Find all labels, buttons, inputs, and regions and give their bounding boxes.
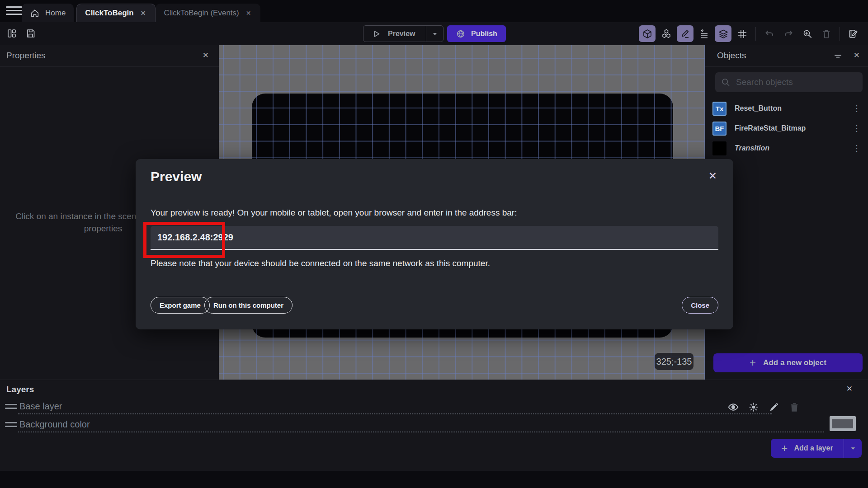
publish-button[interactable]: Publish (447, 25, 506, 42)
object-row-transition[interactable]: Transition ⋮ (705, 138, 868, 158)
preview-address-field[interactable]: 192.168.2.48:2929 (151, 226, 718, 250)
object-name: Transition (735, 144, 844, 152)
close-tab-icon[interactable]: ✕ (139, 9, 147, 18)
tab-clicktobegin[interactable]: ClickToBegin ✕ (76, 4, 156, 22)
bitmap-font-object-icon: BF (712, 122, 726, 136)
close-button[interactable]: Close (682, 297, 718, 314)
toolbar-right-icons (639, 25, 862, 42)
tab-label: ClickToBegin (85, 9, 133, 18)
object-name: Reset_Button (735, 104, 844, 113)
run-on-this-computer-button[interactable]: Run on this computer (204, 297, 292, 314)
save-icon[interactable] (25, 28, 36, 39)
add-object-label: Add a new object (763, 358, 826, 367)
text-object-icon: Tx (712, 102, 726, 116)
search-input[interactable] (736, 77, 857, 87)
toolbar: Preview Publish (0, 22, 868, 45)
object-row-reset-button[interactable]: Tx Reset_Button ⋮ (705, 99, 868, 118)
close-tab-icon[interactable]: ✕ (245, 9, 253, 18)
more-options-icon[interactable]: ⋮ (853, 143, 861, 153)
properties-panel-icon[interactable] (677, 25, 693, 42)
preview-label: Preview (388, 30, 415, 38)
grid-icon[interactable] (734, 25, 750, 42)
tab-home[interactable]: Home (22, 4, 74, 22)
tab-label: Home (45, 9, 66, 18)
tab-clicktobegin-events[interactable]: ClickToBegin (Events) ✕ (156, 4, 260, 22)
objects-panel-header: Objects ✕ (705, 45, 868, 67)
gdevelop-editor: Home ClickToBegin ✕ ClickToBegin (Events… (0, 0, 868, 488)
search-icon (721, 77, 731, 87)
add-new-object-button[interactable]: + Add a new object (713, 353, 863, 372)
layer-row-background-color[interactable]: Background color (0, 418, 868, 433)
tab-label: ClickToBegin (Events) (164, 9, 239, 18)
filter-icon[interactable] (833, 52, 843, 61)
properties-panel-header: Properties ✕ (0, 45, 219, 67)
publish-label: Publish (471, 30, 497, 38)
trash-icon[interactable] (818, 25, 835, 42)
object-groups-icon[interactable] (658, 25, 675, 42)
close-icon[interactable]: ✕ (854, 51, 860, 60)
sprite-object-icon (712, 141, 726, 155)
globe-icon (456, 29, 466, 39)
toolbar-left-icons (6, 28, 36, 39)
toolbar-divider (840, 27, 840, 41)
layer-name: Background color (19, 419, 90, 430)
layer-divider (18, 432, 824, 432)
object-name: FireRateStat_Bitmap (735, 124, 844, 132)
toolbar-divider (755, 27, 756, 41)
zoom-icon[interactable] (799, 25, 816, 42)
visibility-eye-icon[interactable] (727, 401, 739, 413)
background-color-swatch[interactable] (830, 416, 856, 431)
more-options-icon[interactable]: ⋮ (853, 123, 861, 133)
close-icon[interactable]: ✕ (846, 384, 853, 394)
objects-title: Objects (717, 51, 746, 61)
object-row-fireratestat-bitmap[interactable]: BF FireRateStat_Bitmap ⋮ (705, 118, 868, 138)
chevron-down-icon (849, 444, 857, 452)
plus-icon: + (781, 443, 788, 454)
layers-panel: Layers ✕ Base layer (0, 380, 868, 471)
tab-bar: Home ClickToBegin ✕ ClickToBegin (Events… (0, 0, 868, 22)
layers-title: Layers (6, 385, 34, 394)
preview-button[interactable]: Preview (363, 25, 443, 42)
drag-handle-icon[interactable] (5, 404, 17, 411)
redo-icon[interactable] (780, 25, 797, 42)
layers-panel-icon[interactable] (715, 25, 731, 42)
plus-icon: + (750, 357, 756, 368)
delete-layer-icon[interactable] (788, 401, 800, 413)
preview-dropdown-button[interactable] (426, 26, 443, 42)
play-icon (372, 29, 382, 39)
undo-icon[interactable] (761, 25, 778, 42)
objects-list: Tx Reset_Button ⋮ BF FireRateStat_Bitmap… (705, 99, 868, 158)
effects-icon[interactable] (748, 401, 760, 413)
layer-actions (727, 401, 800, 413)
dialog-body-text: Your preview is ready! On your mobile or… (151, 208, 517, 218)
layer-row-base[interactable]: Base layer (0, 400, 868, 415)
add-layer-button[interactable]: + Add a layer (771, 439, 862, 458)
window-bottom-area (0, 471, 868, 488)
more-options-icon[interactable]: ⋮ (853, 103, 861, 113)
edit-scene-icon[interactable] (845, 25, 862, 42)
add-layer-dropdown-button[interactable] (844, 439, 862, 458)
dialog-title: Preview (151, 169, 202, 184)
edit-pencil-icon[interactable] (768, 401, 780, 413)
preview-dialog: Preview ✕ Your preview is ready! On your… (136, 159, 733, 329)
chevron-down-icon (431, 30, 439, 38)
add-layer-label: Add a layer (794, 444, 833, 452)
panels-layout-icon[interactable] (6, 28, 17, 39)
close-icon[interactable]: ✕ (203, 51, 209, 60)
objects-panel-icon[interactable] (639, 25, 656, 42)
export-game-button[interactable]: Export game (151, 297, 210, 314)
dialog-note-text: Please note that your device should be c… (151, 258, 490, 268)
instances-list-icon[interactable] (696, 25, 712, 42)
cursor-coordinates-badge: 325;-135 (655, 353, 693, 370)
hamburger-menu-icon[interactable] (6, 6, 22, 16)
layer-name: Base layer (19, 401, 62, 412)
tabs: Home ClickToBegin ✕ ClickToBegin (Events… (22, 4, 260, 22)
close-dialog-icon[interactable]: ✕ (708, 170, 717, 182)
home-icon (30, 8, 40, 18)
objects-search-box[interactable] (715, 72, 863, 92)
drag-handle-icon[interactable] (5, 422, 17, 429)
properties-title: Properties (6, 51, 46, 61)
layer-divider (18, 413, 772, 414)
